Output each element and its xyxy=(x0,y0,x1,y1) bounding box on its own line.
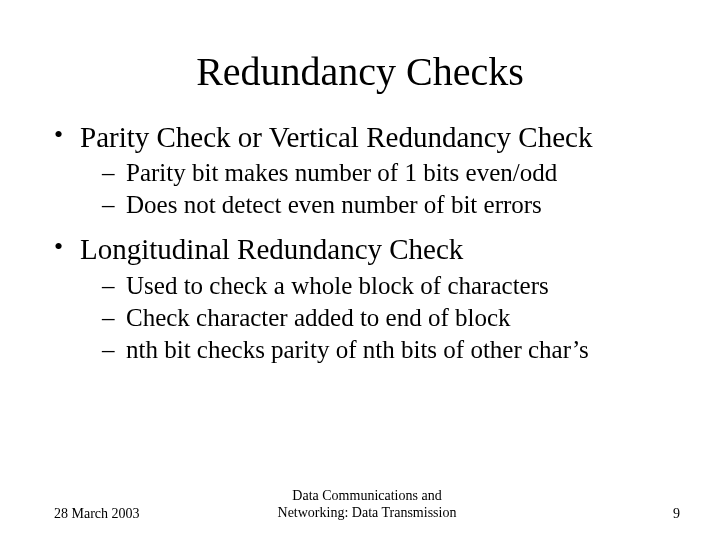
sub-bullet-item: nth bit checks parity of nth bits of oth… xyxy=(102,334,680,366)
footer-date: 28 March 2003 xyxy=(54,506,140,522)
sub-bullet-item: Does not detect even number of bit error… xyxy=(102,189,680,221)
footer-center-line1: Data Communications and xyxy=(292,488,441,503)
footer-center-line2: Networking: Data Transmission xyxy=(278,505,457,520)
bullet-list: Parity Check or Vertical Redundancy Chec… xyxy=(54,119,680,366)
slide-footer: 28 March 2003 Data Communications and Ne… xyxy=(0,488,720,522)
slide-title: Redundancy Checks xyxy=(0,0,720,119)
bullet-text: Parity Check or Vertical Redundancy Chec… xyxy=(80,121,592,153)
footer-center: Data Communications and Networking: Data… xyxy=(54,488,680,522)
bullet-item: Longitudinal Redundancy Check Used to ch… xyxy=(54,231,680,365)
slide-content: Parity Check or Vertical Redundancy Chec… xyxy=(0,119,720,366)
sub-bullet-item: Parity bit makes number of 1 bits even/o… xyxy=(102,157,680,189)
bullet-item: Parity Check or Vertical Redundancy Chec… xyxy=(54,119,680,221)
sub-bullet-list: Used to check a whole block of character… xyxy=(80,270,680,366)
sub-bullet-list: Parity bit makes number of 1 bits even/o… xyxy=(80,157,680,221)
sub-bullet-item: Check character added to end of block xyxy=(102,302,680,334)
footer-page-number: 9 xyxy=(673,506,680,522)
sub-bullet-item: Used to check a whole block of character… xyxy=(102,270,680,302)
slide: Redundancy Checks Parity Check or Vertic… xyxy=(0,0,720,540)
bullet-text: Longitudinal Redundancy Check xyxy=(80,233,463,265)
